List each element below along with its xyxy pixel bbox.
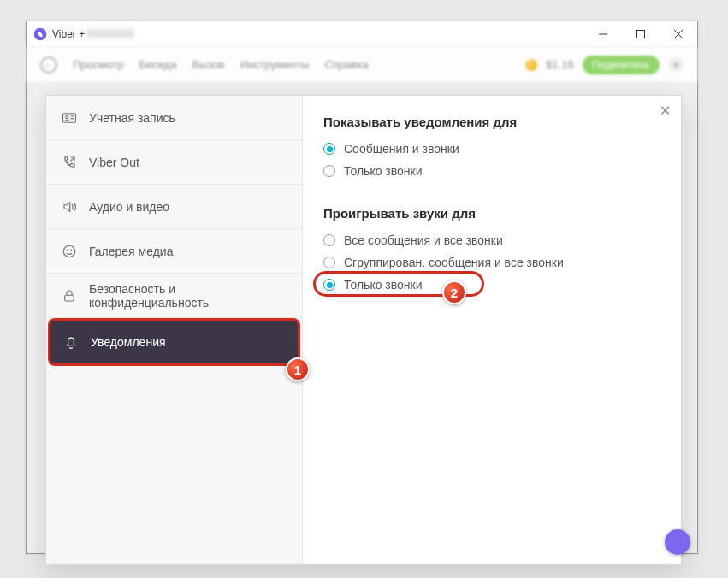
section2-title: Проигрывать звуки для [323, 206, 660, 221]
radio-messages-and-calls[interactable]: Сообщения и звонки [323, 138, 459, 160]
svg-point-11 [67, 250, 68, 251]
radio-label: Только звонки [344, 164, 423, 178]
menu-help[interactable]: Справка [324, 58, 368, 71]
window-controls [584, 21, 697, 47]
menu-call[interactable]: Вызов [192, 58, 224, 71]
radio-icon [323, 143, 335, 155]
sidebar-item-label: Учетная запись [89, 111, 175, 125]
sidebar-item-label: Галерея медиа [89, 245, 173, 258]
svg-point-5 [674, 62, 678, 67]
settings-modal: ✕ Учетная запись Viber Out [45, 95, 682, 565]
viber-logo-icon [33, 27, 47, 41]
window-title-blurred [86, 29, 134, 38]
main-toolbar: ← Просмотр Беседа Вызов Инструменты Спра… [27, 47, 697, 83]
gear-icon[interactable] [668, 57, 684, 73]
back-icon[interactable]: ← [40, 56, 57, 74]
radio-icon [323, 279, 335, 291]
speaker-icon [62, 199, 77, 215]
promote-button[interactable]: Поделитесь [583, 56, 660, 74]
smile-icon [62, 244, 77, 259]
radio-calls-only-show[interactable]: Только звонки [323, 160, 423, 182]
svg-rect-13 [65, 295, 74, 301]
menu-view[interactable]: Просмотр [73, 58, 123, 71]
id-card-icon [62, 110, 77, 126]
svg-point-7 [66, 115, 68, 118]
settings-sidebar: Учетная запись Viber Out Аудио и видео [46, 96, 303, 564]
sidebar-item-security[interactable]: Безопасность и конфиденциальность [46, 274, 302, 318]
sidebar-item-label: Уведомления [91, 335, 166, 349]
phone-out-icon [62, 155, 77, 170]
radio-icon [323, 234, 335, 246]
app-body: ← Просмотр Беседа Вызов Инструменты Спра… [27, 47, 697, 553]
radio-all-messages-calls[interactable]: Все сообщения и все звонки [323, 229, 503, 251]
svg-point-10 [63, 245, 75, 257]
radio-label: Сообщения и звонки [344, 142, 459, 156]
bell-icon [63, 334, 79, 350]
sidebar-item-viberout[interactable]: Viber Out [46, 140, 302, 185]
radio-label: Все сообщения и все звонки [344, 233, 503, 247]
step-badge-1: 1 [286, 357, 310, 381]
window-title-prefix: Viber + [52, 28, 85, 40]
sidebar-item-label: Безопасность и конфиденциальность [89, 282, 287, 310]
app-window: Viber + ← Просмотр Беседа Вызов Инструме… [26, 21, 698, 554]
radio-label: Только звонки [344, 278, 423, 292]
sidebar-item-audiovideo[interactable]: Аудио и видео [46, 185, 302, 229]
radio-label: Сгруппирован. сообщения и все звонки [344, 256, 564, 269]
section1-title: Показывать уведомления для [323, 115, 660, 129]
lock-icon [62, 288, 77, 304]
balance-text: $1.16 [546, 58, 574, 71]
settings-content: Показывать уведомления для Сообщения и з… [303, 96, 681, 564]
sidebar-item-gallery[interactable]: Галерея медиа [46, 229, 302, 274]
radio-calls-only-sound[interactable]: Только звонки [323, 274, 423, 296]
sidebar-item-label: Viber Out [89, 156, 139, 169]
titlebar: Viber + [27, 21, 697, 47]
radio-icon [323, 165, 335, 177]
maximize-button[interactable] [622, 21, 660, 47]
sidebar-item-label: Аудио и видео [89, 200, 169, 214]
fab-button[interactable] [665, 529, 690, 555]
radio-icon [323, 257, 335, 268]
close-window-button[interactable] [660, 21, 697, 47]
svg-point-12 [71, 250, 72, 251]
step-badge-2: 2 [442, 280, 466, 304]
menu-chat[interactable]: Беседа [139, 58, 176, 71]
radio-grouped-messages-calls[interactable]: Сгруппирован. сообщения и все звонки [323, 251, 564, 274]
sidebar-item-notifications[interactable]: Уведомления [48, 318, 300, 366]
menu-tools[interactable]: Инструменты [240, 58, 309, 71]
svg-rect-2 [637, 30, 645, 38]
coin-icon [525, 59, 537, 71]
minimize-button[interactable] [584, 21, 622, 47]
sidebar-item-account[interactable]: Учетная запись [46, 96, 302, 140]
